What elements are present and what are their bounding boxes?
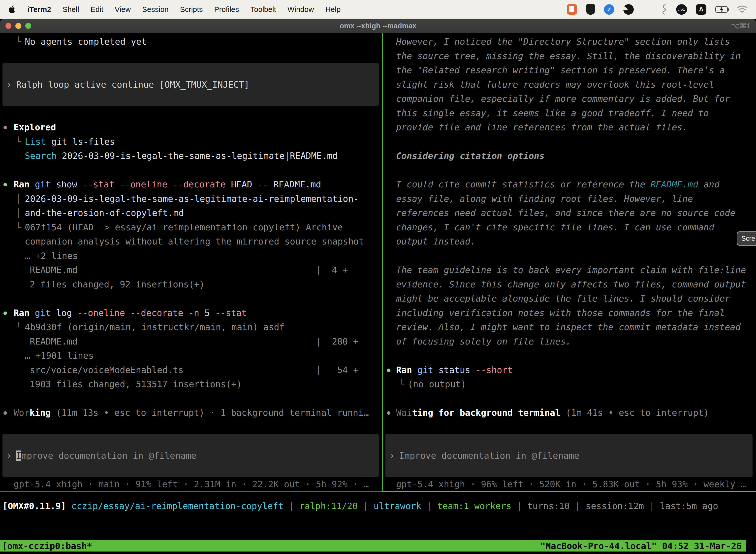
blank-line: [383, 249, 756, 263]
bullet-icon: ●: [3, 405, 7, 420]
terminal-line: references need actual files, and since …: [383, 206, 756, 220]
menu-item-edit[interactable]: Edit: [90, 5, 104, 14]
terminal-line: … +2 lines: [0, 249, 382, 263]
bullet-icon: ●: [3, 120, 7, 134]
keyboard-layout-icon[interactable]: A: [696, 4, 706, 15]
tree-guide-icon: └: [16, 220, 21, 234]
count-badge-icon[interactable]: ..61: [676, 4, 687, 15]
squiggle-icon[interactable]: [661, 4, 667, 15]
window-title: omx --xhigh --madmax: [0, 22, 756, 30]
terminal-line: ●Ran git status --short: [383, 363, 756, 377]
menu-item-profiles[interactable]: Profiles: [214, 5, 239, 14]
terminal-line: ●Waiting for background terminal (1m 41s…: [383, 405, 756, 420]
macos-menu-bar: iTerm2 ShellEditViewSessionScriptsProfil…: [0, 0, 756, 19]
terminal-line: 2 files changed, 92 insertions(+): [0, 277, 382, 292]
terminal-line: Considering citation options: [383, 149, 756, 163]
screen-share-toast[interactable]: Scre: [737, 231, 756, 246]
blank-line: [0, 391, 382, 406]
terminal-line: review. Also, I might want to inspect th…: [383, 320, 756, 334]
active-app-name[interactable]: iTerm2: [27, 5, 51, 14]
apple-logo-icon[interactable]: [8, 5, 16, 14]
terminal-line: src/voice/voiceModeEnabled.ts | 54 +: [0, 363, 382, 377]
terminal-line: gpt-5.4 xhigh · 96% left · 520K in · 5.8…: [383, 477, 756, 491]
menu-item-shell[interactable]: Shell: [63, 5, 79, 14]
blank-line: [0, 49, 382, 63]
iterm2-window: omx --xhigh --madmax ⌥⌘1 └No agents comp…: [0, 19, 756, 554]
blank-line: [0, 420, 382, 434]
terminal-line: │2026-03-09-is-legal-the-same-as-legitim…: [0, 191, 382, 206]
terminal-line: I could cite commit statistics or refere…: [383, 177, 756, 191]
blank-line: [383, 391, 756, 406]
terminal-line: ●Ran git show --stat --oneline --decorat…: [0, 177, 382, 191]
terminal-line: ●Working (11m 13s • esc to interrupt) · …: [0, 405, 382, 420]
left-agent-pane[interactable]: └No agents completed yet›Ralph loop acti…: [0, 33, 382, 491]
prompt-chevron: ›: [389, 450, 395, 461]
bullet-icon: ●: [387, 363, 390, 377]
terminal-line: └(no output): [383, 377, 756, 391]
screen-share-toast-text: Scre: [741, 235, 755, 242]
prompt-input-box[interactable]: ›Improve documentation in @filename: [2, 434, 379, 477]
tree-guide-icon: │: [16, 191, 21, 206]
terminal-line: └067f154 (HEAD -> essay/ai-reimplementat…: [0, 220, 382, 234]
blank-line: [383, 420, 756, 434]
blank-line: [0, 291, 382, 306]
terminal-line: 1903 files changed, 513517 insertions(+): [0, 377, 382, 391]
menu-item-scripts[interactable]: Scripts: [180, 5, 203, 14]
blank-line: [383, 348, 756, 363]
shield-grid-icon[interactable]: [586, 4, 595, 15]
terminal-line: └List git ls-files: [0, 134, 382, 149]
menu-item-window[interactable]: Window: [288, 5, 314, 14]
menu-item-help[interactable]: Help: [325, 5, 341, 14]
terminal-line: … +1901 lines: [0, 348, 382, 363]
terminal-line: output instead.: [383, 234, 756, 249]
window-shortcut-badge: ⌥⌘1: [731, 21, 751, 30]
terminal-line: provide file and line references from th…: [383, 120, 756, 134]
terminal-line: │and-the-erosion-of-copyleft.md: [0, 206, 382, 220]
prompt-input-box[interactable]: ›Ralph loop active continue [OMX_TMUX_IN…: [2, 63, 379, 106]
window-title-bar[interactable]: omx --xhigh --madmax ⌥⌘1: [0, 19, 756, 33]
tmux-session-label[interactable]: [omx-cczip0:bash*: [2, 541, 92, 551]
terminal-line: gpt-5.4 xhigh · main · 91% left · 2.31M …: [0, 477, 382, 491]
chat-notification-icon[interactable]: [567, 4, 577, 15]
terminal-line: ●Explored: [0, 120, 382, 134]
terminal-line: of focusing solely on file lines.: [383, 334, 756, 349]
terminal-line: However, I noticed the "Directory Struct…: [383, 35, 756, 49]
bullet-icon: ●: [3, 306, 7, 320]
terminal-line: the source tree, missing the essay. Stil…: [383, 49, 756, 63]
prompt-input-box[interactable]: ›Improve documentation in @filename: [385, 434, 753, 477]
terminal-line: evidence. Since this change only affects…: [383, 277, 756, 292]
terminal-line: Search 2026-03-09-is-legal-the-same-as-l…: [0, 149, 382, 163]
dark-circle-icon[interactable]: [623, 4, 634, 15]
bullet-icon: ●: [387, 405, 390, 420]
tmux-status-bar: [omx-cczip0:bash* "MacBook-Pro-44.local"…: [0, 540, 746, 552]
dots-grid-icon[interactable]: [643, 5, 652, 14]
menu-item-session[interactable]: Session: [142, 5, 169, 14]
menu-item-toolbelt[interactable]: Toolbelt: [251, 5, 276, 14]
blank-line: [383, 163, 756, 177]
menu-items: ShellEditViewSessionScriptsProfilesToolb…: [63, 5, 340, 14]
tmux-host-clock: "MacBook-Pro-44.local" 04:52 31-Mar-26: [540, 541, 742, 551]
wifi-icon[interactable]: [737, 5, 748, 14]
verified-shield-icon[interactable]: ✓: [604, 4, 614, 15]
prompt-chevron: ›: [6, 79, 12, 90]
menu-bar-status-icons: ✓ ..61 A: [567, 4, 756, 15]
terminal-line: including verification notes with those …: [383, 306, 756, 320]
blank-line: [0, 106, 382, 120]
right-pane-inactive-border: [383, 491, 756, 492]
terminal-line: companion analysis without altering the …: [0, 234, 382, 249]
right-agent-pane[interactable]: However, I noticed the "Directory Struct…: [383, 33, 756, 491]
bullet-icon: ●: [3, 177, 7, 191]
omx-status-line: [OMX#0.11.9] cczip/essay/ai-reimplementa…: [2, 499, 718, 513]
blank-line: [383, 134, 756, 149]
terminal-line: └4b9d30f (origin/main, instructkr/main, …: [0, 320, 382, 334]
terminal-line: essay file, along with finding root file…: [383, 191, 756, 206]
tree-guide-icon: │: [16, 206, 21, 220]
terminal-line: README.md | 4 +: [0, 263, 382, 277]
left-pane-active-border: [0, 491, 382, 492]
menu-item-view[interactable]: View: [115, 5, 131, 14]
battery-icon[interactable]: [715, 6, 728, 13]
tree-guide-icon: └: [398, 377, 404, 391]
terminal-line: The team guideline is to back every impo…: [383, 263, 756, 277]
terminal-line: the "Related research writing" section i…: [383, 63, 756, 77]
prompt-chevron: ›: [6, 450, 12, 461]
